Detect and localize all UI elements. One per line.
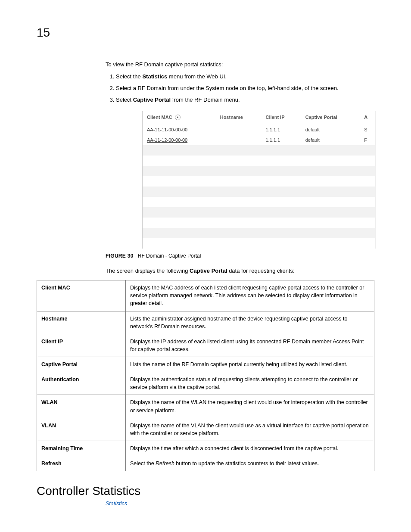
col-hostname[interactable]: Hostname (216, 111, 262, 125)
row-text: Displays the name of the WLAN the reques… (126, 395, 374, 418)
captive-portal-table: Client MAC▲ Hostname Client IP Captive P… (143, 111, 376, 249)
steps-list: Select the Statistics menu from the Web … (106, 73, 374, 104)
mac-link[interactable]: AA-11-11-00-00-00 (147, 127, 187, 132)
col-client-mac[interactable]: Client MAC▲ (143, 111, 216, 125)
breadcrumb-link[interactable]: Statistics (106, 501, 374, 507)
row-text: Lists the administrator assigned hostnam… (126, 311, 374, 334)
step-3-bold: Captive Portal (133, 96, 171, 103)
desc-intro-after: data for requesting clients: (227, 268, 295, 274)
table-row[interactable]: AA-11-11-00-00-00 1.1.1.1 default S (143, 124, 376, 135)
row-text: Displays the name of the VLAN the client… (126, 418, 374, 441)
step-1: Select the Statistics menu from the Web … (116, 73, 374, 81)
cell-ip: 1.1.1.1 (261, 135, 301, 145)
cell-extra: S (360, 124, 376, 135)
intro-text: To view the RF Domain captive portal sta… (106, 61, 374, 68)
row-text: Displays the time after which a connecte… (126, 441, 374, 456)
table-row[interactable]: AA-11-12-00-00-00 1.1.1.1 default F (143, 135, 376, 145)
row-label: Remaining Time (37, 441, 126, 456)
description-table: Client MACDisplays the MAC address of ea… (37, 280, 374, 471)
row-label: Client IP (37, 334, 126, 357)
row-label: Refresh (37, 456, 126, 471)
step-3-before: Select (116, 96, 133, 103)
step-1-after: menu from the Web UI. (167, 73, 227, 80)
row-label: Captive Portal (37, 357, 126, 372)
step-2-before: Select a RF Domain from under the System… (116, 85, 339, 91)
mac-link[interactable]: AA-11-12-00-00-00 (147, 137, 187, 143)
screenshot-panel: Client MAC▲ Hostname Client IP Captive P… (142, 111, 376, 249)
row-label: VLAN (37, 418, 126, 441)
row-label: Client MAC (37, 280, 126, 311)
section-heading: Controller Statistics (37, 484, 374, 498)
sort-asc-icon[interactable]: ▲ (175, 115, 181, 120)
desc-intro: The screen displays the following Captiv… (106, 268, 374, 274)
row-text: Select the Refresh button to update the … (126, 456, 374, 471)
row-text: Displays the IP address of each listed c… (126, 334, 374, 357)
cell-portal: default (301, 135, 360, 145)
cell-ip: 1.1.1.1 (261, 124, 301, 135)
desc-intro-before: The screen displays the following (106, 268, 190, 274)
row-text: Displays the authentication status of re… (126, 372, 374, 395)
figure-text: RF Domain - Captive Portal (138, 253, 201, 259)
cell-portal: default (301, 124, 360, 135)
row-text: Displays the MAC address of each listed … (126, 280, 374, 311)
row-label: Authentication (37, 372, 126, 395)
desc-intro-bold: Captive Portal (190, 268, 227, 274)
step-3-after: from the RF Domain menu. (171, 96, 240, 103)
figure-caption: FIGURE 30 RF Domain - Captive Portal (106, 253, 374, 259)
cell-hostname (216, 135, 262, 145)
refresh-italic: Refresh (156, 460, 174, 467)
step-3: Select Captive Portal from the RF Domain… (116, 96, 374, 104)
col-extra[interactable]: A (360, 111, 376, 125)
cell-hostname (216, 124, 262, 135)
col-captive-portal[interactable]: Captive Portal (301, 111, 360, 125)
refresh-before: Select the (130, 460, 156, 467)
refresh-after: button to update the statistics counters… (174, 460, 319, 467)
step-1-before: Select the (116, 73, 142, 80)
cell-extra: F (360, 135, 376, 145)
col-client-mac-label: Client MAC (147, 115, 172, 120)
step-1-bold: Statistics (142, 73, 167, 80)
col-client-ip[interactable]: Client IP (261, 111, 301, 125)
step-2: Select a RF Domain from under the System… (116, 84, 374, 93)
row-label: WLAN (37, 395, 126, 418)
chapter-number: 15 (37, 26, 374, 40)
row-label: Hostname (37, 311, 126, 334)
figure-label: FIGURE 30 (106, 253, 134, 259)
row-text: Lists the name of the RF Domain captive … (126, 357, 374, 372)
